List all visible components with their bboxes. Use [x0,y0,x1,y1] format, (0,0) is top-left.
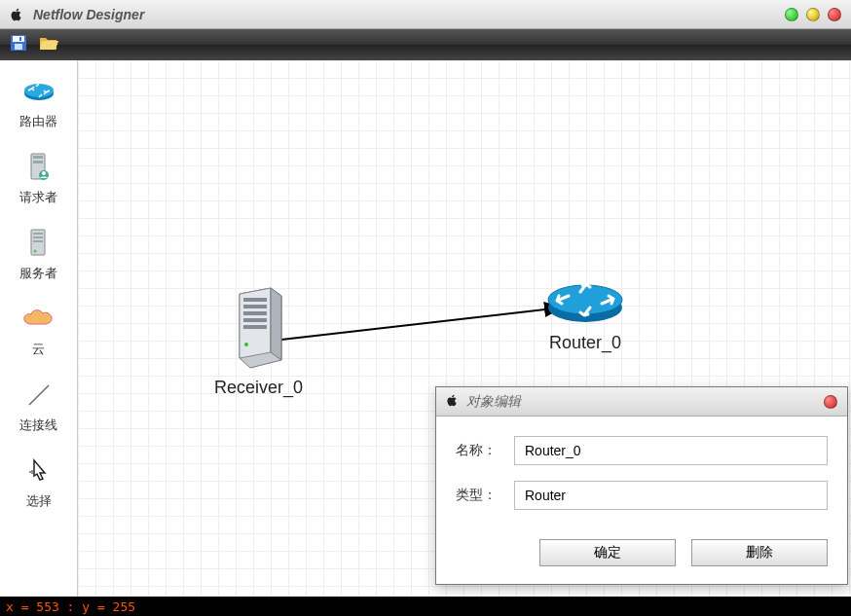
sidebar-item-label: 请求者 [19,189,57,206]
sidebar-item-label: 路由器 [19,113,57,130]
sidebar-item-label: 服务者 [19,265,57,282]
object-edit-dialog: 对象编辑 名称： 类型： 确定 删除 [435,386,848,585]
server-tower-icon [225,284,293,374]
sidebar-item-requester[interactable]: 请求者 [19,150,57,206]
node-receiver[interactable]: Receiver_0 [214,284,303,398]
type-input[interactable] [514,481,828,510]
svg-rect-19 [243,305,267,308]
cursor-coords: x = 553 : y = 255 [6,599,135,614]
sidebar-item-label: 选择 [26,492,52,510]
svg-line-16 [29,385,49,405]
delete-button[interactable]: 删除 [691,539,828,566]
type-label: 类型： [456,487,514,504]
router-device-icon [543,274,627,329]
svg-rect-18 [243,298,267,302]
pointer-icon [21,453,56,489]
line-icon [21,378,56,413]
sidebar-item-cloud[interactable]: 云 [21,302,56,358]
svg-rect-22 [243,325,267,329]
window-close-button[interactable] [828,8,841,21]
sidebar-item-label: 云 [32,341,45,358]
sidebar: 路由器 请求者 服务者 云 连接线 [0,60,78,597]
svg-point-10 [42,171,46,175]
svg-rect-3 [19,37,21,41]
svg-rect-21 [243,318,267,322]
apple-menu-icon[interactable] [10,8,23,21]
svg-point-15 [33,250,36,253]
dialog-title: 对象编辑 [466,393,521,411]
window-title: Netflow Designer [33,7,144,22]
svg-rect-12 [33,233,43,235]
open-icon[interactable] [39,35,58,54]
sidebar-item-router[interactable]: 路由器 [19,74,57,130]
apple-menu-icon [446,393,459,411]
svg-rect-2 [15,44,22,50]
node-label: Router_0 [549,333,621,353]
name-label: 名称： [456,442,514,459]
node-label: Receiver_0 [214,378,303,398]
cloud-icon [21,302,56,337]
router-icon [21,74,56,109]
svg-point-23 [244,343,248,346]
sidebar-item-server[interactable]: 服务者 [19,226,57,282]
window-minimize-button[interactable] [785,8,798,21]
name-input[interactable] [514,436,828,465]
ok-button[interactable]: 确定 [539,539,676,566]
node-router[interactable]: Router_0 [543,274,627,353]
requester-icon [21,150,56,185]
svg-rect-13 [33,236,43,238]
titlebar: Netflow Designer [0,0,851,29]
dialog-close-button[interactable] [824,395,837,409]
svg-rect-8 [33,161,43,163]
toolbar [0,29,851,60]
sidebar-item-select[interactable]: 选择 [21,453,56,510]
window-maximize-button[interactable] [806,8,820,21]
svg-rect-1 [13,36,24,42]
server-icon [21,226,56,261]
svg-rect-7 [33,156,43,159]
sidebar-item-label: 连接线 [19,417,57,434]
statusbar: x = 553 : y = 255 [0,597,851,616]
svg-rect-20 [243,311,267,315]
save-icon[interactable] [10,34,27,55]
sidebar-item-line[interactable]: 连接线 [19,378,57,434]
svg-rect-14 [33,240,43,242]
svg-line-17 [273,308,562,341]
dialog-titlebar[interactable]: 对象编辑 [436,387,847,417]
